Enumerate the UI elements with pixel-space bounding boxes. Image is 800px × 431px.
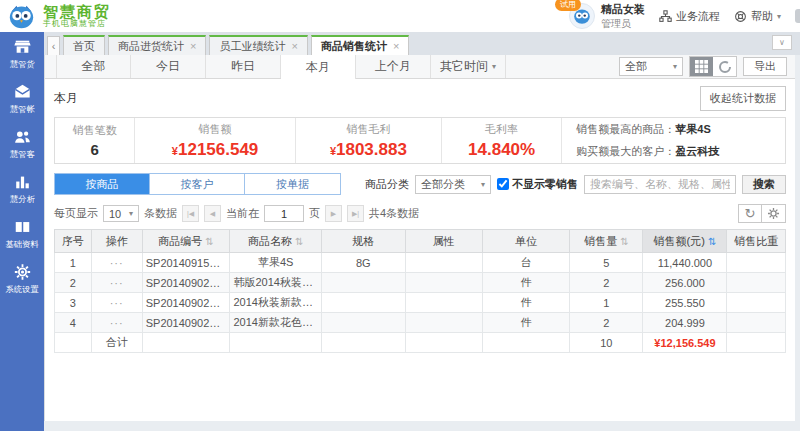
sidebar-item-settings[interactable]: 系统设置 [0,257,44,302]
view-tab-by-customer[interactable]: 按客户 [150,174,245,194]
sidebar-item-analysis[interactable]: 慧分析 [0,167,44,212]
close-icon[interactable]: × [291,40,297,52]
view-tab-by-product[interactable]: 按商品 [55,174,150,194]
cell: 2014秋装新款撞色长袖毛... [230,293,321,313]
sidebar-item-goods[interactable]: 慧管货 [0,32,44,77]
view-tab-by-order[interactable]: 按单据 [245,174,340,194]
collapse-panel-button[interactable]: ∨ [772,35,792,50]
brand-title: 智慧商贸 [43,4,111,20]
tab-employee-stats[interactable]: 员工业绩统计 × [209,35,307,55]
cell [142,333,230,353]
period-tab-last-month[interactable]: 上个月 [356,55,431,78]
cell: 件 [482,273,570,293]
sidebar: 慧管货 慧管帐 慧管客 慧分析 基础资料 系统设置 [0,32,44,431]
per-page-select[interactable]: 10 ▾ [103,205,139,222]
tab-home[interactable]: 首页 [63,35,105,55]
close-icon[interactable]: × [190,40,196,52]
category-select[interactable]: 全部分类 ▾ [415,175,491,194]
pagination: 每页显示 10 ▾ 条数据 |◀ ◀ 当前在 页 ▶ ▶| 共4条数据 ↻ [45,202,795,229]
hide-zero-sales-checkbox[interactable]: 不显示零销售 [497,177,578,192]
checkbox-input[interactable] [497,178,509,190]
help-button[interactable]: 帮助 ▾ [734,9,781,24]
current-period-label: 本月 [54,90,78,107]
cell [405,293,482,313]
cell [405,273,482,293]
page-number-input[interactable] [264,205,304,222]
invoice-icon [13,83,32,101]
chevron-down-icon: ▾ [123,209,133,218]
tab-scroll-left-button[interactable]: ‹ [47,36,60,55]
sidebar-item-customers[interactable]: 慧管客 [0,122,44,167]
cell [727,273,786,293]
cell: 件 [482,293,570,313]
chevron-down-icon: ▾ [777,12,781,21]
row-actions[interactable]: ··· [91,313,142,333]
sidebar-item-base-data[interactable]: 基础资料 [0,212,44,257]
cell [321,273,405,293]
window-tabbar: ‹ 首页 商品进货统计 × 员工业绩统计 × 商品销售统计 × ∨ [44,32,800,55]
sort-icon[interactable]: ⇅ [205,236,213,247]
sort-icon[interactable]: ⇅ [620,236,628,247]
cell [321,333,405,353]
cell: 3 [55,293,92,313]
search-input[interactable] [584,175,736,194]
close-icon[interactable]: × [393,40,399,52]
sort-icon[interactable]: ⇅ [708,236,716,247]
first-page-button[interactable]: |◀ [182,205,199,222]
tab-purchase-stats[interactable]: 商品进货统计 × [108,35,206,55]
period-tab-today[interactable]: 今日 [131,55,206,78]
workflow-button[interactable]: 业务流程 [659,9,720,24]
grid-settings-button[interactable] [762,204,786,223]
period-tab-other[interactable]: 其它时间▾ [431,55,506,78]
sidebar-item-accounts[interactable]: 慧管帐 [0,77,44,122]
total-records: 共4条数据 [369,206,419,221]
sales-table: 序号操作商品编号⇅商品名称⇅规格属性单位销售量⇅销售额(元)⇅销售比重1···S… [54,229,786,353]
last-page-button[interactable]: ▶| [347,205,364,222]
next-page-button[interactable]: ▶ [325,205,342,222]
cell: 255.550 [643,293,727,313]
period-tab-this-month[interactable]: 本月 [281,55,356,79]
tab-sales-stats[interactable]: 商品销售统计 × [311,35,409,55]
sort-icon[interactable]: ⇅ [295,236,303,247]
cell: SP20140902016 [142,273,230,293]
chevron-down-icon: ▾ [492,62,496,71]
cell [727,333,786,353]
refresh-button[interactable]: ↻ [738,204,762,223]
cell: SP20140902022 [142,293,230,313]
cell: 10 [570,333,643,353]
row-actions[interactable]: ··· [91,293,142,313]
collapse-stats-button[interactable]: 收起统计数据 [700,86,786,111]
column-header[interactable]: 商品名称⇅ [230,230,321,253]
trial-badge: 试用 [555,0,581,11]
row-actions[interactable]: ··· [91,253,142,273]
table-view-button[interactable] [690,57,713,76]
chart-view-button[interactable] [713,57,736,76]
column-header[interactable]: 商品编号⇅ [142,230,230,253]
column-header: 规格 [321,230,405,253]
row-actions[interactable]: ··· [91,273,142,293]
column-header[interactable]: 销售量⇅ [570,230,643,253]
cell: 2 [570,273,643,293]
stat-highlights: 销售额最高的商品：苹果4S 购买额最大的客户：盈云科技 [562,118,785,163]
period-tab-all[interactable]: 全部 [56,55,131,78]
scope-select[interactable]: 全部 ▾ [619,57,683,76]
brand-logo: 智慧商贸 手机电脑慧管店 [0,4,111,29]
chevron-down-icon: ▾ [475,180,485,189]
total-amount: ¥12,156.549 [643,333,727,353]
main-content: 全部 今日 昨日 本月 上个月 其它时间▾ 全部 ▾ [44,55,795,421]
export-button[interactable]: 导出 [743,57,787,76]
customers-icon [13,128,32,146]
account-info[interactable]: 试用 精品女装 管理员 [569,2,645,31]
store-icon [13,38,32,56]
cell [727,313,786,333]
prev-page-button[interactable]: ◀ [204,205,221,222]
search-button[interactable]: 搜索 [742,175,786,194]
column-header[interactable]: 销售额(元)⇅ [643,230,727,253]
cell: 5 [570,253,643,273]
cell: 4 [55,313,92,333]
top-product: 苹果4S [675,123,710,135]
cell: 1 [570,293,643,313]
period-tab-yesterday[interactable]: 昨日 [206,55,281,78]
total-row: 合计10¥12,156.549 [55,333,786,353]
stat-gross-profit: 销售毛利 ¥1803.883 [296,118,442,163]
